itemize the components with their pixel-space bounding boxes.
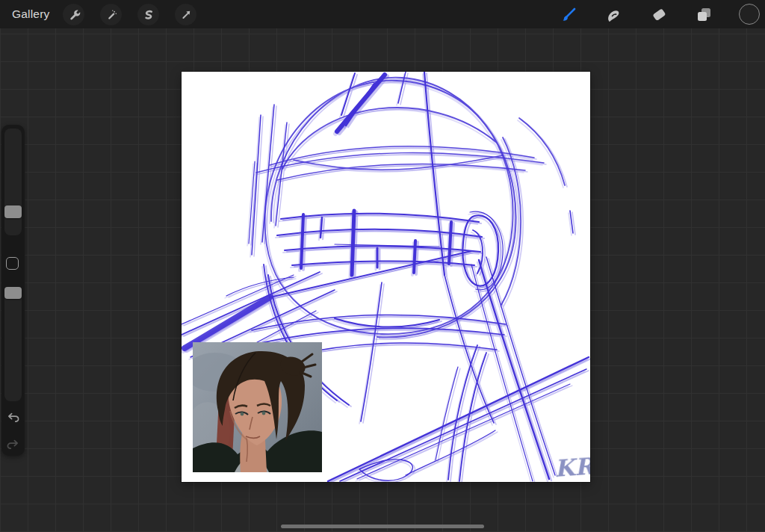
brush-size-handle[interactable] [4,205,22,218]
color-swatch-button[interactable] [739,4,760,25]
adjustments-button[interactable] [100,4,122,25]
reference-image-inset [193,342,322,472]
wrench-icon [67,8,81,22]
tool-sidebar [1,125,25,456]
home-indicator-bar[interactable] [281,525,484,528]
transform-arrow-icon [179,8,193,22]
smudge-tool-button[interactable] [602,4,624,25]
brush-icon [559,5,578,25]
layers-icon [694,5,713,25]
undo-icon [6,411,20,427]
paint-tool-button[interactable] [557,4,579,25]
redo-icon [6,438,20,454]
layers-button[interactable] [693,4,714,25]
magic-wand-icon [105,8,118,22]
selection-button[interactable] [137,4,159,25]
drawing-canvas[interactable]: KRB [182,72,590,482]
actions-button[interactable] [63,4,84,25]
transform-button[interactable] [175,4,196,25]
gallery-button[interactable]: Gallery [12,0,50,28]
brush-size-slider[interactable] [4,129,22,235]
selection-s-icon [142,8,155,22]
opacity-handle[interactable] [4,287,22,299]
eraser-tool-button[interactable] [648,4,669,25]
opacity-slider[interactable] [4,287,22,401]
top-toolbar: Gallery [0,0,765,28]
undo-button[interactable] [1,409,25,427]
smudge-icon [604,5,623,25]
reference-portrait [193,342,322,472]
artist-signature: KRB [554,451,590,482]
procreate-workspace: Gallery [0,0,765,532]
redo-button[interactable] [1,436,25,454]
modify-button[interactable] [6,257,19,270]
eraser-icon [649,5,669,25]
